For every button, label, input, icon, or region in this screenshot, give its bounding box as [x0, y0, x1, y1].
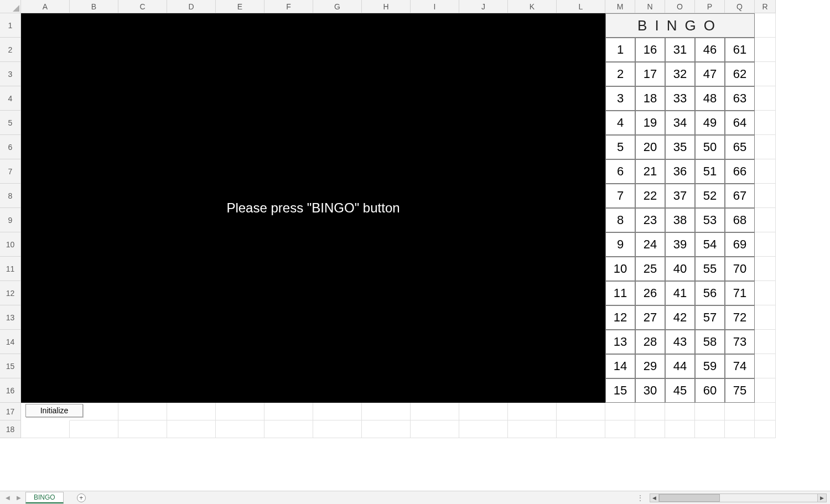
bingo-cell[interactable]: 11: [605, 281, 635, 305]
col-header[interactable]: J: [459, 0, 508, 13]
cell[interactable]: [755, 257, 776, 281]
initialize-button[interactable]: Initialize: [25, 404, 83, 417]
cell[interactable]: [695, 403, 725, 420]
bingo-cell[interactable]: 16: [635, 38, 665, 62]
bingo-cell[interactable]: 75: [725, 378, 755, 403]
bingo-cell[interactable]: 6: [605, 159, 635, 184]
cell[interactable]: [635, 420, 665, 438]
row-header[interactable]: 3: [0, 62, 21, 86]
bingo-cell[interactable]: 18: [635, 86, 665, 111]
cell[interactable]: [755, 111, 776, 135]
cell[interactable]: [755, 13, 776, 38]
cell[interactable]: [118, 403, 167, 420]
col-header[interactable]: G: [313, 0, 362, 13]
cell[interactable]: [695, 420, 725, 438]
tab-nav-next-icon[interactable]: ▶: [14, 495, 23, 501]
bingo-cell[interactable]: 54: [695, 232, 725, 257]
bingo-cell[interactable]: 21: [635, 159, 665, 184]
bingo-cell[interactable]: 29: [635, 354, 665, 378]
cell[interactable]: [755, 378, 776, 403]
cell[interactable]: [167, 403, 216, 420]
bingo-cell[interactable]: 34: [665, 111, 695, 135]
bingo-cell[interactable]: 71: [725, 281, 755, 305]
cell[interactable]: [635, 403, 665, 420]
cell[interactable]: [411, 420, 459, 438]
bingo-cell[interactable]: 5: [605, 135, 635, 159]
cell[interactable]: [755, 38, 776, 62]
bingo-cell[interactable]: 13: [605, 330, 635, 354]
cell[interactable]: [508, 403, 557, 420]
scroll-right-icon[interactable]: ▶: [817, 494, 826, 502]
row-header[interactable]: 6: [0, 135, 21, 159]
cell[interactable]: [313, 420, 362, 438]
cell[interactable]: [605, 403, 635, 420]
row-header[interactable]: 14: [0, 330, 21, 354]
bingo-cell[interactable]: 68: [725, 208, 755, 232]
row-header[interactable]: 11: [0, 257, 21, 281]
bingo-cell[interactable]: 46: [695, 38, 725, 62]
cell[interactable]: [755, 281, 776, 305]
row-header[interactable]: 12: [0, 281, 21, 305]
bingo-cell[interactable]: 32: [665, 62, 695, 86]
bingo-cell[interactable]: 28: [635, 330, 665, 354]
row-header[interactable]: 16: [0, 378, 21, 403]
row-header[interactable]: 4: [0, 86, 21, 111]
bingo-cell[interactable]: 14: [605, 354, 635, 378]
col-header[interactable]: B: [70, 0, 118, 13]
bingo-cell[interactable]: 10: [605, 257, 635, 281]
bingo-cell[interactable]: 17: [635, 62, 665, 86]
bingo-cell[interactable]: 52: [695, 184, 725, 208]
cell[interactable]: [216, 403, 264, 420]
bingo-cell[interactable]: 57: [695, 305, 725, 330]
select-all-corner[interactable]: [0, 0, 21, 13]
cell[interactable]: [755, 232, 776, 257]
bingo-cell[interactable]: 40: [665, 257, 695, 281]
col-header[interactable]: L: [557, 0, 605, 13]
tab-nav-prev-icon[interactable]: ◀: [3, 495, 12, 501]
cell[interactable]: [755, 354, 776, 378]
row-header[interactable]: 5: [0, 111, 21, 135]
col-header[interactable]: C: [118, 0, 167, 13]
cell[interactable]: [313, 403, 362, 420]
bingo-cell[interactable]: 53: [695, 208, 725, 232]
cell[interactable]: [459, 403, 508, 420]
col-header[interactable]: R: [755, 0, 776, 13]
scroll-thumb[interactable]: [659, 494, 720, 502]
cell[interactable]: [725, 403, 755, 420]
cell[interactable]: [411, 403, 459, 420]
bingo-cell[interactable]: 64: [725, 111, 755, 135]
row-header[interactable]: 2: [0, 38, 21, 62]
bingo-cell[interactable]: 55: [695, 257, 725, 281]
row-header[interactable]: 1: [0, 13, 21, 38]
cell[interactable]: [725, 420, 755, 438]
bingo-cell[interactable]: 56: [695, 281, 725, 305]
cell[interactable]: [362, 420, 411, 438]
bingo-cell[interactable]: 23: [635, 208, 665, 232]
row-header[interactable]: 17: [0, 403, 21, 420]
bingo-cell[interactable]: 35: [665, 135, 695, 159]
bingo-cell[interactable]: 7: [605, 184, 635, 208]
bingo-cell[interactable]: 37: [665, 184, 695, 208]
cell[interactable]: [362, 403, 411, 420]
cell[interactable]: [557, 403, 605, 420]
cell[interactable]: [755, 135, 776, 159]
cell[interactable]: [508, 420, 557, 438]
bingo-cell[interactable]: 12: [605, 305, 635, 330]
cell[interactable]: [605, 420, 635, 438]
cell[interactable]: [459, 420, 508, 438]
bingo-cell[interactable]: 48: [695, 86, 725, 111]
col-header[interactable]: K: [508, 0, 557, 13]
row-header[interactable]: 7: [0, 159, 21, 184]
bingo-cell[interactable]: 1: [605, 38, 635, 62]
bingo-cell[interactable]: 58: [695, 330, 725, 354]
bingo-cell[interactable]: 15: [605, 378, 635, 403]
bingo-cell[interactable]: 51: [695, 159, 725, 184]
cell[interactable]: [264, 403, 313, 420]
bingo-cell[interactable]: 31: [665, 38, 695, 62]
bingo-cell[interactable]: 9: [605, 232, 635, 257]
bingo-cell[interactable]: 41: [665, 281, 695, 305]
col-header[interactable]: I: [411, 0, 459, 13]
cell[interactable]: [755, 159, 776, 184]
col-header[interactable]: N: [635, 0, 665, 13]
bingo-cell[interactable]: 73: [725, 330, 755, 354]
